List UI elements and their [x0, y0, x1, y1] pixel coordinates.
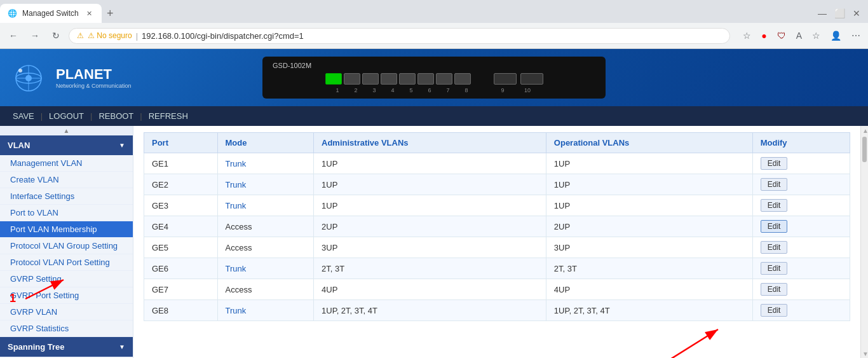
port-label-1: 1: [329, 87, 346, 93]
port-2: [344, 73, 360, 85]
menu-btn[interactable]: ⋯: [849, 28, 863, 43]
restore-btn[interactable]: ⬜: [834, 8, 845, 18]
edit-btn-ge5[interactable]: Edit: [761, 241, 788, 254]
sidebar: ▲ VLAN ▼ Management VLAN Create VLAN Int…: [0, 126, 133, 358]
cell-mode: Trunk: [217, 300, 314, 321]
copper-ports: [325, 73, 471, 85]
cell-operational-vlans: 4UP: [546, 279, 752, 300]
table-row: GE5 Access 3UP 3UP Edit: [144, 237, 850, 258]
cell-admin-vlans: 2T, 3T: [314, 258, 546, 279]
cell-admin-vlans: 1UP: [314, 195, 546, 216]
sidebar-item-create-vlan[interactable]: Create VLAN: [0, 172, 133, 188]
content-scrollbar[interactable]: ▲ ▼: [860, 126, 868, 358]
cell-admin-vlans: 4UP: [314, 279, 546, 300]
sidebar-item-gvrp-vlan[interactable]: GVRP VLAN: [0, 304, 133, 320]
sidebar-item-gvrp-port-setting[interactable]: GVRP Port Setting: [0, 287, 133, 304]
port-label-5: 5: [403, 87, 419, 93]
refresh-btn[interactable]: REFRESH: [146, 110, 191, 122]
scrollbar-thumb[interactable]: [862, 137, 867, 162]
content-inner: Port Mode Administrative VLANs Operation…: [133, 126, 860, 327]
edit-btn-ge7[interactable]: Edit: [761, 283, 788, 296]
cell-admin-vlans: 3UP: [314, 237, 546, 258]
edit-btn-ge4[interactable]: Edit: [761, 220, 788, 233]
cell-operational-vlans: 3UP: [546, 237, 752, 258]
col-modify: Modify: [752, 133, 850, 153]
edit-btn-ge6[interactable]: Edit: [761, 262, 788, 275]
save-page-btn[interactable]: ☆: [810, 28, 823, 43]
sidebar-item-protocol-vlan-group[interactable]: Protocol VLAN Group Setting: [0, 238, 133, 254]
extension-btn2[interactable]: 🛡: [775, 28, 789, 43]
edit-btn-ge3[interactable]: Edit: [761, 199, 788, 212]
scroll-up-btn[interactable]: ▲: [861, 126, 868, 135]
profile-btn[interactable]: 👤: [828, 28, 844, 43]
port-5: [399, 73, 416, 85]
spanning-tree-chevron-icon: ▼: [119, 343, 125, 350]
switch-ports: [325, 73, 543, 85]
edit-btn-ge1[interactable]: Edit: [761, 157, 788, 170]
switch-model: GSD-1002M: [273, 62, 311, 69]
save-btn[interactable]: SAVE: [10, 110, 37, 122]
sidebar-item-gvrp-setting[interactable]: GVRP Setting: [0, 271, 133, 287]
edit-btn-ge2[interactable]: Edit: [761, 178, 788, 191]
planet-logo-icon: [13, 60, 51, 95]
new-tab-btn[interactable]: +: [102, 7, 119, 20]
logout-btn[interactable]: LOGOUT: [46, 110, 86, 122]
vlan-section-header[interactable]: VLAN ▼: [0, 135, 133, 155]
cell-port: GE8: [144, 300, 218, 321]
cell-modify: Edit: [752, 237, 850, 258]
sfp-port-9: [494, 73, 517, 85]
extension-btn1[interactable]: ●: [759, 28, 769, 43]
address-bar[interactable]: ⚠ ⚠ No seguro | 192.168.0.100/cgi-bin/di…: [69, 28, 730, 44]
sidebar-item-port-to-vlan[interactable]: Port to VLAN: [0, 205, 133, 221]
forward-btn[interactable]: →: [27, 28, 43, 43]
sep2: |: [90, 111, 92, 121]
sidebar-item-management-vlan[interactable]: Management VLAN: [0, 155, 133, 172]
cell-modify: Edit: [752, 300, 850, 321]
port-label-9: 9: [491, 87, 514, 93]
browser-controls: ← → ↻ ⚠ ⚠ No seguro | 192.168.0.100/cgi-…: [0, 23, 868, 48]
cell-operational-vlans: 2T, 3T: [546, 258, 752, 279]
col-operational-vlans: Operational VLANs: [546, 133, 752, 153]
security-warning-icon: ⚠: [77, 31, 84, 40]
tab-close-btn[interactable]: ✕: [86, 10, 92, 18]
minimize-btn[interactable]: —: [818, 8, 827, 18]
table-row: GE7 Access 4UP 4UP Edit: [144, 279, 850, 300]
table-row: GE8 Trunk 1UP, 2T, 3T, 4T 1UP, 2T, 3T, 4…: [144, 300, 850, 321]
bookmark-star-btn[interactable]: ☆: [740, 28, 754, 43]
content-wrapper: Port Mode Administrative VLANs Operation…: [133, 126, 868, 358]
cell-operational-vlans: 2UP: [546, 216, 752, 237]
cell-modify: Edit: [752, 174, 850, 195]
spanning-tree-section-header[interactable]: Spanning Tree ▼: [0, 337, 133, 357]
back-btn[interactable]: ←: [5, 28, 22, 43]
active-tab[interactable]: 🌐 Managed Switch ✕: [0, 4, 102, 23]
port-1: [325, 73, 342, 85]
port-labels: 1 2 3 4 5 6 7 8 9 10: [329, 87, 539, 93]
vlan-label: VLAN: [8, 141, 30, 150]
port-6: [417, 73, 434, 85]
port-4: [381, 73, 397, 85]
edit-btn-ge8[interactable]: Edit: [761, 304, 788, 317]
cell-operational-vlans: 1UP: [546, 153, 752, 174]
sep1: |: [41, 111, 43, 121]
cell-modify: Edit: [752, 195, 850, 216]
port-label-4: 4: [384, 87, 401, 93]
reload-btn[interactable]: ↻: [48, 28, 64, 43]
cell-admin-vlans: 2UP: [314, 216, 546, 237]
scroll-down-btn[interactable]: ▼: [861, 349, 868, 358]
port-label-7: 7: [440, 87, 456, 93]
toolbar: SAVE | LOGOUT | REBOOT | REFRESH: [0, 106, 868, 126]
cell-mode: Trunk: [217, 153, 314, 174]
sidebar-item-interface-settings[interactable]: Interface Settings: [0, 188, 133, 205]
sep3: |: [140, 111, 142, 121]
cell-admin-vlans: 1UP, 2T, 3T, 4T: [314, 300, 546, 321]
reboot-btn[interactable]: REBOOT: [96, 110, 136, 122]
cell-mode: Trunk: [217, 174, 314, 195]
sidebar-item-gvrp-statistics[interactable]: GVRP Statistics: [0, 320, 133, 337]
sidebar-item-protocol-vlan-port[interactable]: Protocol VLAN Port Setting: [0, 254, 133, 271]
cell-mode: Trunk: [217, 258, 314, 279]
sidebar-item-port-vlan-membership[interactable]: Port VLAN Membership: [0, 221, 133, 238]
cell-modify: Edit: [752, 279, 850, 300]
table-row: GE1 Trunk 1UP 1UP Edit: [144, 153, 850, 174]
close-window-btn[interactable]: ✕: [853, 8, 860, 18]
translate-btn[interactable]: A: [794, 28, 804, 43]
